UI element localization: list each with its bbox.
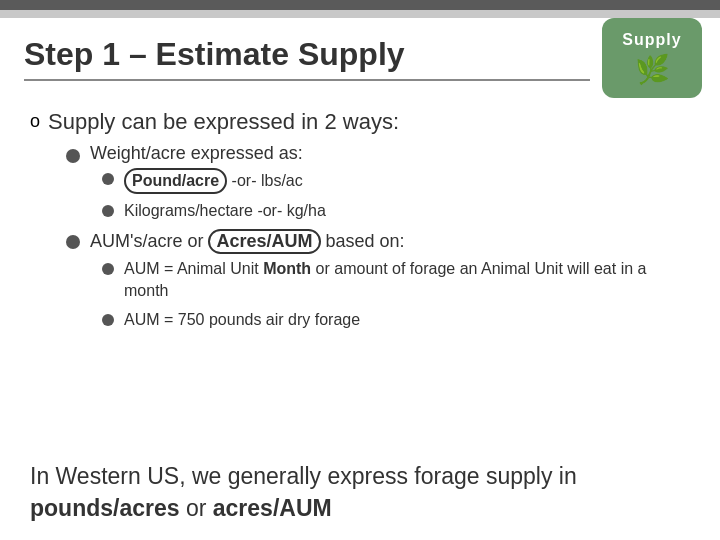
bullet-l2-aum: AUM's/acre or Acres/AUM based on: [66,229,690,254]
slide: Supply 🌿 Step 1 – Estimate Supply o Supp… [0,0,720,540]
bullet-l3-kg-text: Kilograms/hectare -or- kg/ha [124,200,326,222]
bullet-l3-marker-pound [102,173,114,185]
bullet-l3-pound: Pound/acre -or- lbs/ac [102,168,690,194]
bullet-l3-kg: Kilograms/hectare -or- kg/ha [102,200,690,222]
bullet-l1-text: Supply can be expressed in 2 ways: [48,109,399,135]
aum-group: AUM's/acre or Acres/AUM based on: AUM = … [66,229,690,331]
bullet-l3-marker-aum-750 [102,314,114,326]
bullet-l1-marker: o [30,111,40,132]
pounds-acres-text: pounds/acres [30,495,180,521]
supply-badge-title: Supply [622,31,681,49]
bullet-l3-aum-def-text: AUM = Animal Unit Month or amount of for… [124,258,690,303]
bullet-l3-aum-def: AUM = Animal Unit Month or amount of for… [102,258,690,303]
pound-acre-highlight: Pound/acre [124,168,227,194]
acres-aum-text: acres/AUM [213,495,332,521]
bullet-l3-pound-text: Pound/acre -or- lbs/ac [124,168,303,194]
bullet-l3-marker-kg [102,205,114,217]
top-bar-light [0,10,720,18]
bullet-l2-marker-weight [66,149,80,163]
bottom-note-line2: pounds/acres or acres/AUM [30,492,690,524]
bullet-l3-aum-750: AUM = 750 pounds air dry forage [102,309,690,331]
weight-items: Pound/acre -or- lbs/ac Kilograms/hectare… [102,168,690,223]
weight-acre-group: Weight/acre expressed as: Pound/acre -or… [66,143,690,223]
bottom-note: In Western US, we generally express fora… [0,454,720,540]
bullet-l2-marker-aum [66,235,80,249]
acres-aum-highlight: Acres/AUM [208,229,320,254]
slide-title: Step 1 – Estimate Supply [24,36,590,81]
aum-items: AUM = Animal Unit Month or amount of for… [102,258,690,331]
bullet-l2-weight: Weight/acre expressed as: [66,143,690,164]
bullet-l3-marker-aum-def [102,263,114,275]
supply-plant-icon: 🌿 [635,53,670,86]
bullet-l3-aum-750-text: AUM = 750 pounds air dry forage [124,309,360,331]
content-area: o Supply can be expressed in 2 ways: Wei… [0,91,720,454]
bottom-note-line1: In Western US, we generally express fora… [30,460,690,492]
bullet-l1-supply: o Supply can be expressed in 2 ways: [30,109,690,135]
bullet-l2-aum-text: AUM's/acre or Acres/AUM based on: [90,229,405,254]
supply-badge: Supply 🌿 [602,18,702,98]
top-bar-dark [0,0,720,10]
bullet-l2-weight-text: Weight/acre expressed as: [90,143,303,164]
